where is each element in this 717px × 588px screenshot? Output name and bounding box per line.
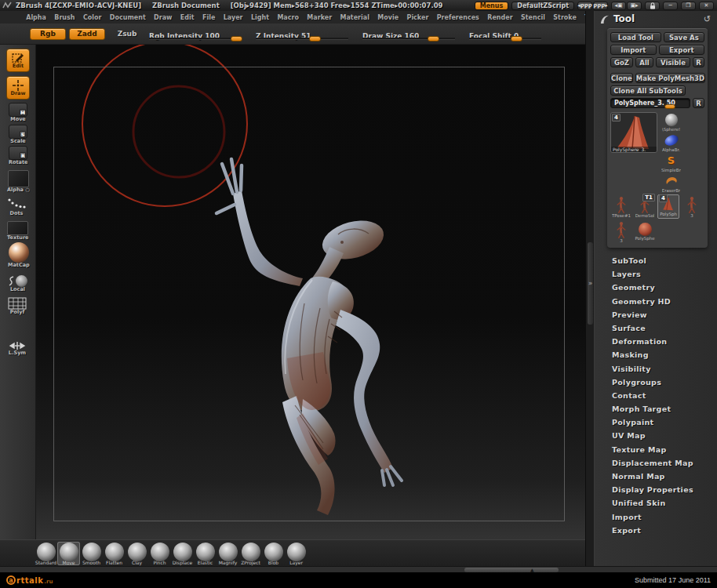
menu-macro[interactable]: Macro <box>273 14 303 21</box>
brush-flatten[interactable]: Flatten <box>103 542 126 565</box>
goz-r-button[interactable]: R <box>693 57 704 67</box>
subpalette-masking[interactable]: Masking <box>595 348 717 361</box>
menu-layer[interactable]: Layer <box>220 14 247 21</box>
tool-thumb-sphere[interactable]: \Sphere! <box>660 112 683 132</box>
reset-palette-icon[interactable]: ↺ <box>704 14 711 24</box>
subpalette-deformation[interactable]: Deformation <box>595 335 717 348</box>
texture-selector[interactable]: Texture <box>7 221 29 241</box>
menu-alpha[interactable]: Alpha <box>22 14 50 21</box>
subpalette-geometry-hd[interactable]: Geometry HD <box>595 295 717 308</box>
rgb-toggle[interactable]: Rgb <box>30 28 66 40</box>
scale-button[interactable]: S Scale <box>9 125 27 144</box>
tray-collapse-grip[interactable]: » <box>588 242 593 325</box>
brush-blob[interactable]: Blob <box>262 542 285 565</box>
menu-movie[interactable]: Movie <box>373 14 402 21</box>
polyframe-toggle[interactable]: Polyf <box>8 297 27 315</box>
subpalette-export[interactable]: Export <box>595 524 717 537</box>
subpalette-preview[interactable]: Preview <box>595 308 717 321</box>
tool-thumb-eraserbrush[interactable]: EraserBr <box>660 173 683 193</box>
move-button[interactable]: M Move <box>9 103 27 122</box>
menu-render[interactable]: Render <box>483 14 517 21</box>
local-symmetry-toggle[interactable]: L.Sym <box>7 341 27 356</box>
draw-button[interactable]: Draw <box>6 76 30 100</box>
import-button[interactable]: Import <box>610 45 657 55</box>
tool-thumb-polysphere-ball[interactable]: PolySphe <box>634 220 656 244</box>
focal-shift-handle[interactable] <box>511 36 522 42</box>
horizontal-scrollbar[interactable]: ▲ <box>0 566 717 572</box>
brush-standard[interactable]: Standard <box>35 542 57 565</box>
tool-thumb-figure3a[interactable]: 3 <box>681 194 703 219</box>
restore-button[interactable]: ❐ <box>681 2 696 10</box>
goz-all-button[interactable]: All <box>635 57 653 67</box>
subpalette-normal-map[interactable]: Normal Map <box>595 470 717 483</box>
tool-name-r-button[interactable]: R <box>693 98 704 108</box>
viewport-canvas[interactable] <box>36 45 585 539</box>
clone-button[interactable]: Clone <box>610 73 633 83</box>
tool-name-slider-handle[interactable] <box>664 104 675 109</box>
subpalette-uv-map[interactable]: UV Map <box>595 429 717 442</box>
rotate-button[interactable]: R Rotate <box>9 146 27 165</box>
tray-divider[interactable]: » <box>585 11 595 572</box>
tool-thumb-tpose[interactable]: TPose#1 <box>610 194 632 219</box>
menu-light[interactable]: Light <box>247 14 273 21</box>
tool-name-slider[interactable]: PolySphere_3. 50 <box>610 98 690 108</box>
menu-brush[interactable]: Brush <box>50 14 79 21</box>
zsub-toggle[interactable]: Zsub <box>113 28 141 40</box>
menu-draw[interactable]: Draw <box>150 14 177 21</box>
alpha-selector[interactable]: Alpha ○ <box>7 170 30 193</box>
menu-edit[interactable]: Edit <box>177 14 198 21</box>
subpalette-surface[interactable]: Surface <box>595 321 717 335</box>
subpalette-displacement-map[interactable]: Displacement Map <box>595 456 717 470</box>
subpalette-display-properties[interactable]: Display Properties <box>595 483 717 496</box>
make-polymesh3d-button[interactable]: Make PolyMesh3D <box>635 73 705 83</box>
clone-all-subtools-button[interactable]: Clone All SubTools <box>610 85 686 96</box>
subpalette-texture-map[interactable]: Texture Map <box>595 443 717 456</box>
goz-visible-button[interactable]: Visible <box>656 57 690 67</box>
menu-material[interactable]: Material <box>336 14 373 21</box>
load-tool-button[interactable]: Load Tool <box>610 32 661 42</box>
export-button[interactable]: Export <box>659 45 705 55</box>
subpalette-geometry[interactable]: Geometry <box>595 281 717 294</box>
arttalk-logo[interactable]: a rttalk .ru <box>6 575 53 585</box>
scroll-right-button[interactable]: ƿƿƿ▸ <box>593 2 608 10</box>
tool-thumb-demosoldier[interactable]: T1 DemoSol <box>634 194 656 219</box>
rgb-intensity-slider[interactable]: Rgb Intensity 100 <box>149 27 242 41</box>
subpalette-polypaint[interactable]: Polypaint <box>595 416 717 429</box>
subpalette-contact[interactable]: Contact <box>595 389 717 402</box>
brush-smooth[interactable]: Smooth <box>80 542 103 565</box>
lock-icon[interactable] <box>645 2 660 10</box>
menu-picker[interactable]: Picker <box>402 14 432 21</box>
subpalette-layers[interactable]: Layers <box>595 267 717 281</box>
active-tool-thumbnail[interactable]: 4 PolySphere_3. <box>610 112 657 153</box>
tool-thumb-polysphere-selected[interactable]: 4 PolySph <box>657 194 679 219</box>
brush-magnify[interactable]: Magnify <box>217 542 239 565</box>
z-intensity-handle[interactable] <box>309 36 321 42</box>
menu-stencil[interactable]: Stencil <box>517 14 549 21</box>
subpalette-polygroups[interactable]: Polygroups <box>595 376 717 389</box>
focal-shift-slider[interactable]: Focal Shift 0 <box>469 27 541 41</box>
tool-thumb-simplebrush[interactable]: S SimpleBr <box>660 153 683 172</box>
subpalette-unified-skin[interactable]: Unified Skin <box>595 496 717 510</box>
save-as-button[interactable]: Save As <box>664 32 704 42</box>
rgb-intensity-handle[interactable] <box>231 36 242 42</box>
subpalette-visibility[interactable]: Visibility <box>595 362 717 376</box>
tool-palette-header[interactable]: Tool ↺ <box>595 11 717 27</box>
local-toggle[interactable]: Local <box>8 275 27 292</box>
draw-size-handle[interactable] <box>428 36 439 42</box>
brush-pinch[interactable]: Pinch <box>148 542 171 565</box>
matcap-selector[interactable]: MatCap <box>8 242 30 268</box>
minimize-button[interactable]: ─ <box>663 2 678 10</box>
brush-elastic[interactable]: Elastic <box>194 542 217 565</box>
tool-thumb-alphabrush[interactable]: AlphaBr. <box>660 132 683 152</box>
subpalette-subtool[interactable]: SubTool <box>595 254 717 267</box>
draw-size-slider[interactable]: Draw Size 160 <box>362 27 455 41</box>
subpalette-morph-target[interactable]: Morph Target <box>595 402 717 416</box>
brush-clay[interactable]: Clay <box>126 542 148 565</box>
menu-stroke[interactable]: Stroke <box>549 14 581 21</box>
hide-right-tray-button[interactable]: ▣▸ <box>627 2 642 10</box>
z-intensity-slider[interactable]: Z Intensity 51 <box>256 27 348 41</box>
edit-button[interactable]: Edit <box>6 49 30 72</box>
menus-button[interactable]: Menus <box>475 2 509 10</box>
zadd-toggle[interactable]: Zadd <box>69 28 105 40</box>
menu-document[interactable]: Document <box>106 14 150 21</box>
